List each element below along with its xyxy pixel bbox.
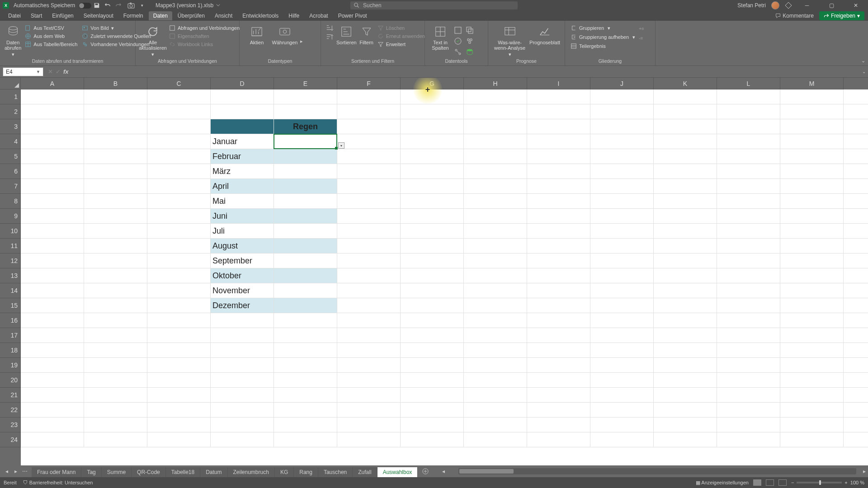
user-name[interactable]: Stefan Petri bbox=[737, 2, 766, 9]
data-model-icon[interactable] bbox=[466, 48, 474, 56]
avatar[interactable] bbox=[771, 1, 779, 9]
from-table[interactable]: Aus Tabelle/Bereich bbox=[24, 41, 78, 48]
flash-fill-icon[interactable] bbox=[454, 26, 462, 34]
row-header-13[interactable]: 13 bbox=[0, 268, 21, 283]
select-all-button[interactable] bbox=[0, 78, 21, 89]
row-header-16[interactable]: 16 bbox=[0, 313, 21, 328]
col-header-C[interactable]: C bbox=[147, 78, 211, 89]
zoom-control[interactable]: − + 100 % bbox=[791, 480, 864, 485]
autosave-toggle[interactable] bbox=[79, 3, 91, 9]
share-button[interactable]: Freigeben ▾ bbox=[819, 11, 864, 20]
data-validation-dropdown-icon[interactable]: ▼ bbox=[338, 142, 344, 149]
forecast-button[interactable]: Prognoseblatt bbox=[529, 24, 560, 45]
horizontal-scrollbar[interactable] bbox=[458, 468, 856, 474]
sort-desc-button[interactable] bbox=[326, 33, 334, 41]
sheet-nav-first-icon[interactable]: ◂ bbox=[3, 468, 11, 474]
menu-tab-hilfe[interactable]: Hilfe bbox=[284, 11, 304, 20]
expand-icon[interactable]: +≡ bbox=[639, 26, 644, 31]
remove-dupes-icon[interactable] bbox=[466, 26, 474, 34]
collapse-icon[interactable]: -≡ bbox=[639, 36, 644, 41]
subtotal-button[interactable]: Teilergebnis bbox=[570, 42, 636, 50]
sheet-tab[interactable]: KG bbox=[275, 467, 294, 477]
row-header-7[interactable]: 7 bbox=[0, 179, 21, 194]
sheet-tab[interactable]: Tauschen bbox=[318, 467, 353, 477]
text-to-columns-button[interactable]: Text in Spalten bbox=[429, 24, 451, 51]
row-header-8[interactable]: 8 bbox=[0, 194, 21, 209]
name-box[interactable]: E4▼ bbox=[3, 67, 43, 76]
sheet-tab[interactable]: Frau oder Mann bbox=[32, 467, 81, 477]
col-header-F[interactable]: F bbox=[337, 78, 401, 89]
add-sheet-button[interactable] bbox=[418, 466, 433, 476]
maximize-button[interactable]: ▢ bbox=[822, 0, 841, 11]
row-header-22[interactable]: 22 bbox=[0, 403, 21, 418]
menu-tab-einfügen[interactable]: Einfügen bbox=[47, 11, 78, 20]
fx-icon[interactable]: fx bbox=[63, 68, 69, 75]
save-icon[interactable] bbox=[93, 2, 100, 9]
page-layout-view-icon[interactable] bbox=[766, 479, 774, 486]
col-header-K[interactable]: K bbox=[654, 78, 717, 89]
close-button[interactable]: ✕ bbox=[846, 0, 865, 11]
camera-icon[interactable] bbox=[127, 2, 135, 9]
display-settings[interactable]: ▦ Anzeigeeinstellungen bbox=[696, 480, 749, 486]
col-header-I[interactable]: I bbox=[527, 78, 590, 89]
collapse-ribbon-icon[interactable]: ⌄ bbox=[861, 58, 865, 64]
relationships-icon[interactable] bbox=[454, 48, 462, 56]
menu-tab-ansicht[interactable]: Ansicht bbox=[210, 11, 237, 20]
menu-tab-entwicklertools[interactable]: Entwicklertools bbox=[238, 11, 283, 20]
from-text-csv[interactable]: Aus Text/CSV bbox=[24, 24, 78, 32]
row-header-24[interactable]: 24 bbox=[0, 432, 21, 447]
menu-tab-formeln[interactable]: Formeln bbox=[119, 11, 148, 20]
comments-button[interactable]: Kommentare bbox=[771, 11, 818, 20]
row-header-11[interactable]: 11 bbox=[0, 239, 21, 253]
cells-area[interactable]: RegenJanuarFebruarMärzAprilMaiJuniJuliAu… bbox=[21, 89, 868, 465]
zoom-level[interactable]: 100 % bbox=[850, 480, 864, 485]
row-header-19[interactable]: 19 bbox=[0, 358, 21, 373]
expand-formula-icon[interactable]: ⌄ bbox=[860, 69, 868, 74]
row-header-2[interactable]: 2 bbox=[0, 104, 21, 119]
refresh-all-button[interactable]: Alle aktualisieren ▾ bbox=[140, 24, 165, 57]
qat-dropdown-icon[interactable]: ▾ bbox=[138, 2, 146, 9]
sheet-tab[interactable]: Zufall bbox=[353, 467, 377, 477]
consolidate-icon[interactable] bbox=[466, 37, 474, 45]
row-header-23[interactable]: 23 bbox=[0, 418, 21, 432]
sort-asc-button[interactable] bbox=[326, 24, 334, 32]
from-web[interactable]: Aus dem Web bbox=[24, 33, 78, 40]
menu-tab-start[interactable]: Start bbox=[26, 11, 47, 20]
currencies-button[interactable]: Währungen bbox=[272, 24, 297, 45]
col-header-H[interactable]: H bbox=[464, 78, 527, 89]
row-header-9[interactable]: 9 bbox=[0, 209, 21, 224]
row-header-17[interactable]: 17 bbox=[0, 328, 21, 343]
col-header-D[interactable]: D bbox=[211, 78, 274, 89]
data-validation-icon[interactable] bbox=[454, 37, 462, 45]
menu-tab-seitenlayout[interactable]: Seitenlayout bbox=[79, 11, 118, 20]
row-header-15[interactable]: 15 bbox=[0, 298, 21, 313]
filter-button[interactable]: Filtern bbox=[359, 24, 374, 45]
accept-formula-icon[interactable]: ✓ bbox=[56, 68, 61, 75]
sheet-tab[interactable]: Datum bbox=[200, 467, 227, 477]
diamond-icon[interactable] bbox=[785, 2, 792, 9]
document-name[interactable]: Mappe3 (version 1).xlsb bbox=[156, 2, 220, 9]
page-break-view-icon[interactable] bbox=[778, 479, 787, 486]
row-header-3[interactable]: 3 bbox=[0, 119, 21, 134]
normal-view-icon[interactable] bbox=[753, 479, 761, 486]
col-header-L[interactable]: L bbox=[717, 78, 780, 89]
row-header-5[interactable]: 5 bbox=[0, 149, 21, 164]
col-header-E[interactable]: E bbox=[274, 78, 337, 89]
formula-input[interactable] bbox=[69, 67, 860, 76]
queries-connections[interactable]: Abfragen und Verbindungen bbox=[168, 24, 241, 32]
menu-tab-überprüfen[interactable]: Überprüfen bbox=[173, 11, 209, 20]
accessibility-status[interactable]: ⛉ Barrierefreiheit: Untersuchen bbox=[23, 480, 93, 485]
group-button[interactable]: Gruppieren ▾ bbox=[570, 24, 636, 32]
menu-tab-daten[interactable]: Daten bbox=[149, 11, 172, 20]
row-header-20[interactable]: 20 bbox=[0, 373, 21, 388]
hscroll-right-icon[interactable]: ▸ bbox=[861, 468, 868, 474]
col-header-M[interactable]: M bbox=[780, 78, 844, 89]
col-header-G[interactable]: G bbox=[401, 78, 464, 89]
redo-icon[interactable] bbox=[115, 2, 122, 9]
search-box[interactable]: Suchen bbox=[350, 1, 518, 9]
sheet-tab[interactable]: Zeilenumbruch bbox=[228, 467, 275, 477]
row-header-1[interactable]: 1 bbox=[0, 89, 21, 104]
col-header-J[interactable]: J bbox=[590, 78, 654, 89]
hscroll-left-icon[interactable]: ◂ bbox=[442, 468, 445, 474]
stocks-button[interactable]: Aktien bbox=[244, 24, 269, 45]
